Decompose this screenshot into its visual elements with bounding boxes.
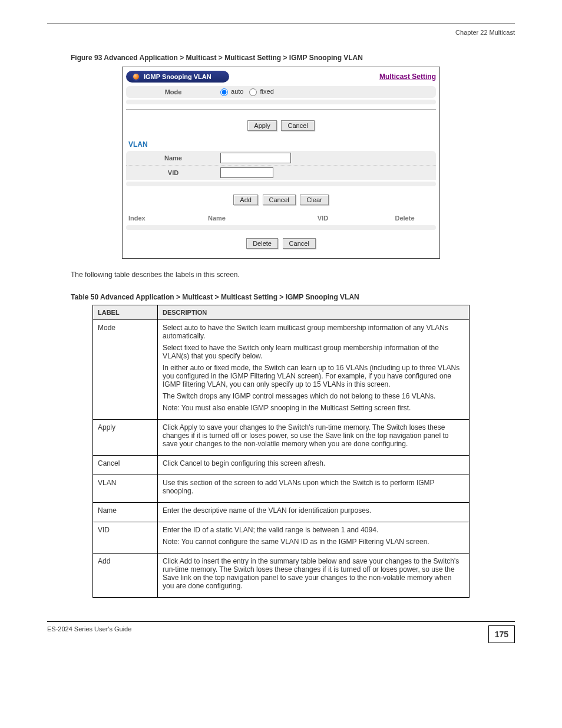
add-button[interactable]: Add xyxy=(233,195,258,205)
table-row: AddClick Add to insert the entry in the … xyxy=(93,553,470,597)
cancel-button-bottom[interactable]: Cancel xyxy=(283,238,316,249)
clear-button[interactable]: Clear xyxy=(300,195,328,205)
table-row: VIDEnter the ID of a static VLAN; the va… xyxy=(93,522,470,553)
mode-label: Mode xyxy=(126,88,220,95)
col-index: Index xyxy=(128,215,164,222)
panel-title: IGMP Snooping VLAN xyxy=(144,73,211,80)
row-label: VLAN xyxy=(93,475,158,502)
cancel-button-mid[interactable]: Cancel xyxy=(263,195,296,205)
table-row: ModeSelect auto to have the Switch learn… xyxy=(93,319,470,419)
th-description: DESCRIPTION xyxy=(158,305,470,319)
row-label: Name xyxy=(93,502,158,522)
row-label: Mode xyxy=(93,319,158,419)
name-label: Name xyxy=(126,154,220,162)
row-description: Enter the ID of a static VLAN; the valid… xyxy=(158,522,470,553)
row-description: Enter the descriptive name of the VLAN f… xyxy=(158,502,470,522)
row-label: Cancel xyxy=(93,455,158,475)
row-description: Click Add to insert the entry in the sum… xyxy=(158,553,470,597)
row-label: VID xyxy=(93,522,158,553)
row-label: Add xyxy=(93,553,158,597)
table-row: CancelClick Cancel to begin configuring … xyxy=(93,455,470,475)
mode-auto-radio[interactable]: auto xyxy=(220,88,243,96)
panel-title-pill: IGMP Snooping VLAN xyxy=(126,71,229,83)
multicast-setting-link[interactable]: Multicast Setting xyxy=(379,73,436,81)
mode-fixed-radio[interactable]: fixed xyxy=(249,88,273,96)
table-row: ApplyClick Apply to save your changes to… xyxy=(93,419,470,455)
vid-input[interactable] xyxy=(220,167,273,178)
igmp-snooping-vlan-panel: IGMP Snooping VLAN Multicast Setting Mod… xyxy=(122,67,440,259)
table-intro: The following table describes the labels… xyxy=(71,271,491,279)
col-vid: VID xyxy=(270,215,376,222)
row-description: Use this section of the screen to add VL… xyxy=(158,475,470,502)
th-label: LABEL xyxy=(93,305,158,319)
row-description: Click Apply to save your changes to the … xyxy=(158,419,470,455)
list-header: Index Name VID Delete xyxy=(126,211,436,225)
cancel-button-top[interactable]: Cancel xyxy=(281,120,314,131)
delete-button[interactable]: Delete xyxy=(246,238,278,249)
orb-icon xyxy=(132,73,140,81)
vid-label: VID xyxy=(126,169,220,176)
table-caption: Table 50 Advanced Application > Multicas… xyxy=(71,293,515,301)
row-label: Apply xyxy=(93,419,158,455)
row-description: Select auto to have the Switch learn mul… xyxy=(158,319,470,419)
name-input[interactable] xyxy=(220,153,291,163)
table-row: NameEnter the descriptive name of the VL… xyxy=(93,502,470,522)
figure-caption: Figure 93 Advanced Application > Multica… xyxy=(71,54,515,62)
apply-button[interactable]: Apply xyxy=(247,120,277,131)
col-delete: Delete xyxy=(376,215,434,222)
row-description: Click Cancel to begin configuring this s… xyxy=(158,455,470,475)
footer-book-title: ES-2024 Series User's Guide xyxy=(47,625,131,633)
vlan-section-title: VLAN xyxy=(126,137,436,151)
description-table: LABEL DESCRIPTION ModeSelect auto to hav… xyxy=(92,305,470,598)
table-row: VLANUse this section of the screen to ad… xyxy=(93,475,470,502)
col-name: Name xyxy=(164,215,270,222)
chapter-header: Chapter 22 Multicast xyxy=(47,29,515,36)
page-number: 175 xyxy=(488,625,515,643)
